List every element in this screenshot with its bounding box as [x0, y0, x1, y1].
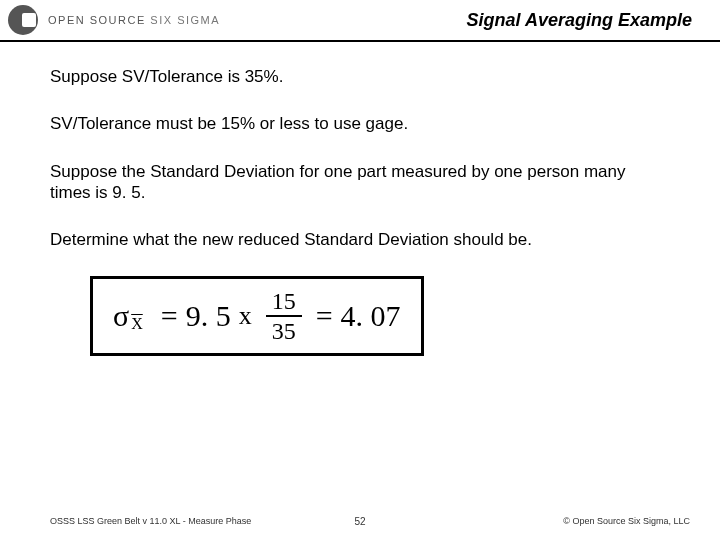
- brand-light: SIX SIGMA: [150, 14, 220, 26]
- footer-page-number: 52: [354, 516, 365, 527]
- footer-left: OSSS LSS Green Belt v 11.0 XL - Measure …: [50, 516, 251, 526]
- brand-text: OPEN SOURCE SIX SIGMA: [48, 14, 220, 26]
- value-1: 9. 5: [186, 301, 231, 331]
- slide-title: Signal Averaging Example: [220, 10, 700, 31]
- sigma-subscript: X: [131, 316, 143, 332]
- footer-right: © Open Source Six Sigma, LLC: [563, 516, 690, 526]
- formula-container: σ X = 9. 5 x 15 35 = 4. 07: [90, 276, 670, 356]
- equals-1: =: [161, 301, 178, 331]
- slide-header: OPEN SOURCE SIX SIGMA Signal Averaging E…: [0, 0, 720, 42]
- fraction-numerator: 15: [266, 289, 302, 317]
- slide-footer: OSSS LSS Green Belt v 11.0 XL - Measure …: [0, 516, 720, 526]
- equals-2: =: [316, 301, 333, 331]
- formula-box: σ X = 9. 5 x 15 35 = 4. 07: [90, 276, 424, 356]
- paragraph-2: SV/Tolerance must be 15% or less to use …: [50, 113, 670, 134]
- multiply-symbol: x: [239, 303, 252, 329]
- paragraph-4: Determine what the new reduced Standard …: [50, 229, 670, 250]
- brand-logo-icon: [8, 5, 38, 35]
- fraction-denominator: 35: [266, 317, 302, 343]
- sigma-symbol: σ: [113, 301, 129, 331]
- fraction: 15 35: [266, 289, 302, 343]
- brand-strong: OPEN SOURCE: [48, 14, 146, 26]
- paragraph-3: Suppose the Standard Deviation for one p…: [50, 161, 670, 204]
- result-value: 4. 07: [341, 301, 401, 331]
- paragraph-1: Suppose SV/Tolerance is 35%.: [50, 66, 670, 87]
- slide-body: Suppose SV/Tolerance is 35%. SV/Toleranc…: [0, 42, 720, 356]
